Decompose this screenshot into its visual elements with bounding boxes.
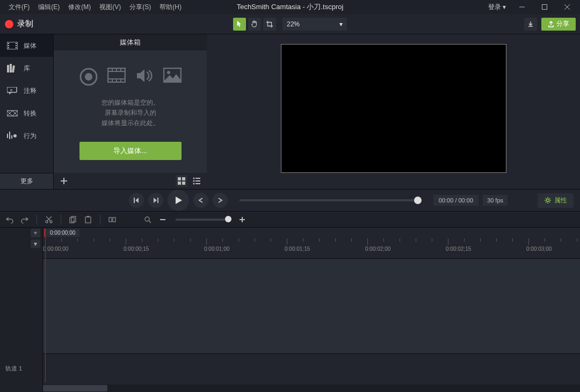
play-button[interactable] xyxy=(168,190,189,211)
behavior-icon xyxy=(6,132,18,140)
zoom-knob[interactable] xyxy=(225,216,231,222)
library-icon xyxy=(6,64,18,72)
track-collapse-button[interactable]: ▾ xyxy=(31,239,40,248)
svg-rect-12 xyxy=(10,64,12,72)
import-media-button[interactable]: 导入媒体... xyxy=(79,142,182,160)
svg-rect-16 xyxy=(7,111,18,116)
crop-tool-button[interactable] xyxy=(263,18,276,31)
svg-rect-47 xyxy=(157,198,158,203)
step-back-button[interactable] xyxy=(193,193,208,208)
time-display: 00:00 / 00:00 xyxy=(433,195,479,206)
login-button[interactable]: 登录 ▾ xyxy=(488,3,509,12)
list-view-button[interactable] xyxy=(191,175,202,187)
cursor-tool-button[interactable] xyxy=(233,18,246,31)
split-button[interactable] xyxy=(107,214,118,225)
undo-button[interactable] xyxy=(4,214,15,225)
svg-rect-8 xyxy=(16,43,17,44)
menu-view[interactable]: 视图(V) xyxy=(95,1,125,14)
properties-button[interactable]: 属性 xyxy=(538,193,574,208)
sidebar-item-behaviors[interactable]: 行为 xyxy=(0,125,53,147)
track-1-label[interactable]: 轨道 1 xyxy=(5,365,22,373)
minimize-button[interactable] xyxy=(512,0,532,14)
sidebar-more-button[interactable]: 更多 xyxy=(0,173,53,189)
svg-line-60 xyxy=(149,221,151,223)
timeline-scrollbar[interactable] xyxy=(43,384,580,392)
zoom-in-button[interactable] xyxy=(237,214,248,225)
timeline: + ▾ 轨道 1 0:00:00;00 0:00:00;000:00:00;15… xyxy=(0,228,580,392)
add-track-button[interactable]: + xyxy=(31,229,40,237)
share-button[interactable]: 分享 xyxy=(541,18,576,31)
chevron-down-icon: ▾ xyxy=(503,3,506,11)
zoom-search-icon xyxy=(142,214,153,225)
svg-rect-6 xyxy=(8,45,9,46)
preview-canvas[interactable] xyxy=(281,44,506,173)
close-button[interactable] xyxy=(557,0,577,14)
svg-rect-19 xyxy=(11,135,12,139)
menu-file[interactable]: 文件(F) xyxy=(4,1,34,14)
share-icon xyxy=(548,21,554,27)
track-1-row[interactable] xyxy=(43,353,580,382)
preview-area xyxy=(207,34,580,189)
menu-share[interactable]: 分享(S) xyxy=(125,1,155,14)
copy-button[interactable] xyxy=(68,214,78,225)
sidebar: 媒体 库 a 注释 转换 行为 更多 xyxy=(0,34,54,189)
scrollbar-thumb[interactable] xyxy=(43,385,107,391)
svg-point-42 xyxy=(193,180,195,182)
seek-slider[interactable] xyxy=(240,199,422,201)
record-icon xyxy=(4,19,14,29)
prev-frame-button[interactable] xyxy=(129,193,144,208)
cut-button[interactable] xyxy=(44,214,54,225)
svg-point-40 xyxy=(193,178,195,179)
paste-button[interactable] xyxy=(83,214,93,225)
timeline-ruler[interactable]: 0:00:00;000:00:00;150:00:01;000:00:01;15… xyxy=(43,238,580,259)
timeline-zoom-slider[interactable] xyxy=(176,219,229,221)
sidebar-item-annotations[interactable]: a 注释 xyxy=(0,79,53,102)
svg-rect-10 xyxy=(16,47,17,48)
step-forward-button[interactable] xyxy=(213,193,228,208)
add-media-button[interactable] xyxy=(58,175,70,187)
toolbar: 录制 22% ▾ 分享 xyxy=(0,14,580,34)
record-button[interactable]: 录制 xyxy=(4,19,33,29)
grid-view-button[interactable] xyxy=(176,175,187,187)
zoom-out-button[interactable] xyxy=(157,214,168,225)
playhead-time[interactable]: 0:00:00;00 xyxy=(44,229,79,237)
svg-rect-7 xyxy=(8,47,9,48)
svg-rect-9 xyxy=(16,45,17,46)
app-title: TechSmith Camtasia - 小刀.tscproj xyxy=(237,2,344,12)
svg-rect-36 xyxy=(178,177,181,180)
menu-edit[interactable]: 编辑(E) xyxy=(34,1,64,14)
menu-help[interactable]: 帮助(H) xyxy=(155,1,186,14)
svg-rect-45 xyxy=(195,183,200,184)
svg-rect-39 xyxy=(182,182,185,185)
svg-rect-43 xyxy=(195,180,200,182)
download-button[interactable] xyxy=(524,18,537,31)
maximize-button[interactable] xyxy=(535,0,554,14)
svg-rect-38 xyxy=(178,182,181,185)
svg-point-50 xyxy=(50,221,52,223)
track-area[interactable] xyxy=(43,259,580,382)
zoom-select[interactable]: 22% ▾ xyxy=(282,18,347,31)
menu-modify[interactable]: 修改(M) xyxy=(64,1,95,14)
svg-rect-58 xyxy=(113,217,115,222)
seek-knob[interactable] xyxy=(414,197,422,204)
sidebar-item-media[interactable]: 媒体 xyxy=(0,34,53,57)
redo-button[interactable] xyxy=(19,214,30,225)
timeline-area[interactable]: 0:00:00;00 0:00:00;000:00:00;150:00:01;0… xyxy=(43,228,580,392)
svg-rect-41 xyxy=(195,178,200,179)
svg-rect-46 xyxy=(134,198,135,203)
sidebar-item-library[interactable]: 库 xyxy=(0,57,53,79)
fps-display[interactable]: 30 fps xyxy=(483,195,508,206)
next-frame-button[interactable] xyxy=(148,193,163,208)
svg-rect-56 xyxy=(87,216,89,217)
record-type-icon xyxy=(79,68,98,86)
svg-point-59 xyxy=(145,217,149,221)
sidebar-item-transitions[interactable]: 转换 xyxy=(0,102,53,125)
audio-type-icon xyxy=(135,68,154,86)
media-panel: 媒体箱 您的媒体箱是空的。 屏幕录制和导入的 媒体将显示在此处。 导入媒体... xyxy=(54,34,207,189)
playhead-line[interactable] xyxy=(45,229,46,382)
svg-point-20 xyxy=(13,134,17,137)
timeline-tracks-header: + ▾ 轨道 1 xyxy=(0,228,43,392)
timeline-tools xyxy=(0,212,580,228)
pan-tool-button[interactable] xyxy=(248,18,261,31)
svg-rect-5 xyxy=(8,43,9,44)
